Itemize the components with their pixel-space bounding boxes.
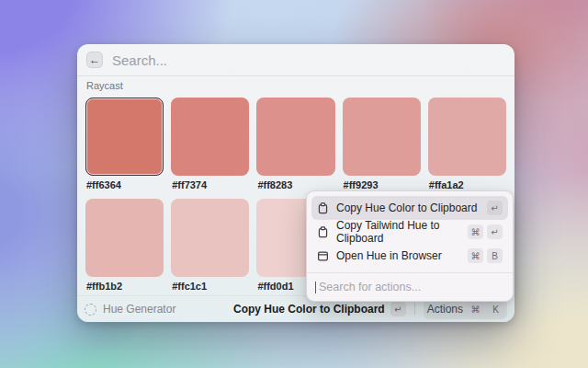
menu-item-shortcut: ↵	[487, 201, 503, 215]
search-input[interactable]: Search...	[112, 52, 167, 68]
menu-item-copy-hue-color[interactable]: Copy Hue Color to Clipboard ↵	[311, 196, 508, 220]
clipboard-icon	[317, 202, 329, 214]
color-cell[interactable]: #ff6364	[85, 98, 164, 190]
menu-item-label: Copy Tailwind Hue to Clipboard	[336, 219, 460, 245]
arrow-left-icon: ←	[89, 54, 100, 65]
color-cell[interactable]: #ffb1b2	[85, 199, 164, 292]
color-cell[interactable]: #ff8283	[256, 98, 334, 190]
actions-label: Actions	[427, 303, 463, 316]
menu-item-open-hue-in-browser[interactable]: Open Hue in Browser ⌘ B	[311, 244, 508, 268]
hex-label: #ff6364	[86, 179, 164, 190]
actions-menu-list: Copy Hue Color to Clipboard ↵ Copy Tailw…	[307, 191, 513, 272]
extension-name: Hue Generator	[103, 303, 175, 316]
text-caret	[315, 282, 316, 293]
color-swatch[interactable]	[171, 199, 249, 277]
menu-item-shortcut: ⌘ ↵	[468, 224, 503, 239]
hex-label: #ff8283	[257, 179, 334, 190]
color-swatch[interactable]	[85, 199, 164, 277]
primary-action-button[interactable]: Copy Hue Color to Clipboard	[233, 303, 385, 316]
menu-item-shortcut: ⌘ B	[468, 248, 503, 263]
hex-label: #ff7374	[172, 179, 249, 190]
actions-menu: Copy Hue Color to Clipboard ↵ Copy Tailw…	[306, 190, 514, 302]
hue-generator-icon	[85, 304, 96, 316]
menu-search-placeholder: Search for actions...	[319, 281, 421, 293]
hex-label: #ffb1b2	[86, 281, 164, 292]
cmd-key-badge: ⌘	[468, 248, 483, 263]
k-key-badge: K	[488, 302, 503, 316]
clipboard-icon	[317, 226, 329, 238]
cmd-key-badge: ⌘	[468, 302, 483, 316]
color-swatch[interactable]	[256, 98, 334, 176]
color-cell[interactable]: #ff9293	[343, 98, 421, 190]
section-label: Raycast	[86, 80, 506, 92]
enter-key-badge: ↵	[487, 201, 503, 215]
b-key-badge: B	[487, 248, 503, 263]
cmd-key-badge: ⌘	[468, 224, 483, 239]
enter-key-badge: ↵	[390, 302, 406, 316]
color-cell[interactable]: #ffc1c1	[171, 199, 249, 292]
menu-item-copy-tailwind-hue[interactable]: Copy Tailwind Hue to Clipboard ⌘ ↵	[311, 220, 508, 244]
enter-key-badge: ↵	[487, 224, 503, 239]
color-cell[interactable]: #ffa1a2	[428, 98, 506, 190]
actions-button[interactable]: Actions ⌘ K	[424, 299, 507, 319]
hex-label: #ffc1c1	[172, 281, 249, 292]
color-swatch-selected[interactable]	[85, 98, 164, 176]
color-cell[interactable]: #ff7374	[171, 98, 249, 190]
color-swatch[interactable]	[171, 98, 249, 176]
color-swatch[interactable]	[428, 98, 506, 176]
hex-label: #ffa1a2	[429, 179, 506, 190]
raycast-window: ← Search... Raycast #ff6364 #ff7374 #ff8…	[77, 44, 514, 322]
menu-item-label: Open Hue in Browser	[336, 249, 442, 262]
footer-actions: Copy Hue Color to Clipboard ↵ Actions ⌘ …	[233, 299, 507, 319]
desktop-background: ← Search... Raycast #ff6364 #ff7374 #ff8…	[0, 0, 588, 368]
browser-window-icon	[317, 250, 329, 262]
footer-divider	[414, 303, 415, 316]
menu-item-label: Copy Hue Color to Clipboard	[336, 201, 477, 214]
search-bar: ← Search...	[77, 44, 514, 76]
color-swatch[interactable]	[343, 98, 421, 176]
hex-label: #ff9293	[344, 179, 421, 190]
back-button[interactable]: ←	[86, 52, 103, 68]
menu-search-input[interactable]: Search for actions...	[307, 273, 513, 301]
